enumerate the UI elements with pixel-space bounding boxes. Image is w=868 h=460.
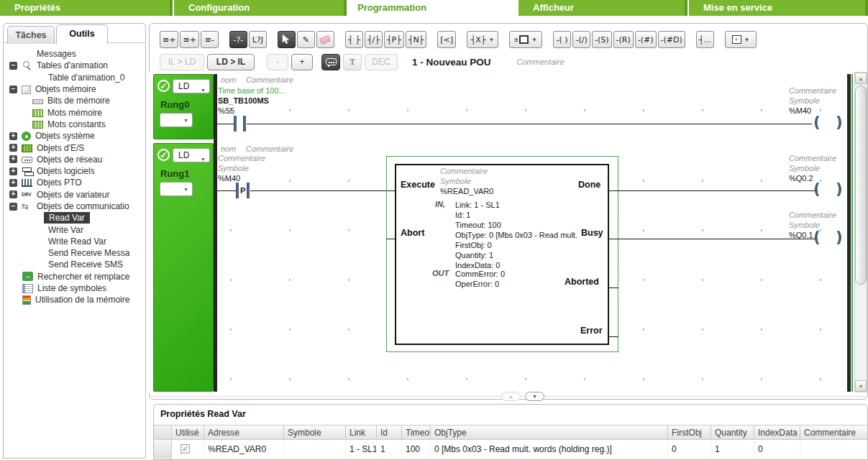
operate-coil-button[interactable]: -(#) [635,31,657,48]
contact-bar-icon[interactable] [236,183,239,198]
column-header-adresse[interactable]: Adresse [204,426,284,439]
il-to-ld-button[interactable]: IL > LD [160,54,204,70]
undefined-element-button[interactable]: -?- [229,31,247,48]
coil-set-button[interactable]: -(S) [592,31,612,48]
sidebar-item-read-var[interactable]: Read Var [4,212,145,224]
contact-rising-edge-button[interactable]: ┤P├ [384,31,404,48]
function-block-combo[interactable]: ≡▼ [509,31,542,48]
sidebar-item-tables-d-animation[interactable]: −Tables d'animation [4,60,145,71]
expand-node-icon[interactable]: + [9,167,17,175]
rung0-canvas[interactable] [217,74,847,141]
dec-button[interactable]: DEC [365,54,398,70]
rung1-extra-select[interactable]: ▼ [160,182,193,196]
tab-mise-en-service[interactable]: Mise en service [689,0,868,16]
insert-rung-button[interactable]: ≡+ [180,31,198,48]
expand-node-icon[interactable]: + [9,190,17,198]
sidebar-item-write-read-var[interactable]: Write Read Var [4,236,145,247]
new-rung-button[interactable]: ≡+ [160,31,178,48]
coil-symbol-placeholder[interactable]: Symbole [789,96,820,105]
coil-comment-placeholder[interactable]: Commentaire [789,154,836,162]
timeout-cell[interactable]: 100 [402,441,431,459]
sidebar-item-objets-logiciels[interactable]: +Objets logiciels [4,165,145,177]
scrollbar-thumb[interactable] [855,86,867,285]
tab-proprietes[interactable]: Propriétés [0,0,173,16]
quantity-cell[interactable]: 1 [711,441,754,459]
sidebar-item-table-d-animation-0[interactable]: Table d'animation_0 [4,72,145,83]
sidebar-item-rechercher-et-remplace[interactable]: ↔Rechercher et remplace [4,271,145,282]
coil-reset-button[interactable]: -(R) [613,31,634,48]
column-header-firstobj[interactable]: FirstObj [668,426,711,439]
add-cell-combo[interactable]: +▼ [725,31,757,48]
scroll-down-button[interactable]: ▼ [855,380,867,392]
expand-node-icon[interactable]: + [9,155,17,163]
contact-bar-icon[interactable] [234,116,237,132]
pou-comment-placeholder[interactable]: Commentaire [517,58,565,66]
sidebar-item-mots-constants[interactable]: Mots constants [4,119,145,130]
operation-block-combo[interactable]: ┤X├▼ [467,31,498,48]
rung1-header[interactable]: ✓ LD▼ Rung1 ▼ [153,143,214,392]
selection-tool-button[interactable] [278,31,296,48]
expand-node-icon[interactable]: + [9,132,17,140]
row-selector-cell[interactable] [154,441,172,459]
rung1-language-select[interactable]: LD▼ [173,148,210,162]
column-header-indexdata[interactable]: IndexData [754,426,800,439]
sidebar-item-objets-syst-me[interactable]: +Objets système [4,130,145,142]
tab-outils[interactable]: Outils [56,24,108,44]
commentaire-cell[interactable] [800,441,868,459]
column-header-link[interactable]: Link [346,426,377,439]
tab-taches[interactable]: Tâches [7,26,55,44]
firstobj-cell[interactable]: 0 [668,441,711,459]
comparison-block-button[interactable]: [<] [437,31,456,48]
zoom-in-button[interactable]: + [291,54,313,70]
coil-address[interactable]: %Q0.1 [789,231,813,239]
sidebar-item-send-receive-sms[interactable]: Send Receive SMS [4,259,145,270]
contact-symbol[interactable]: SB_TB100MS [218,96,269,105]
column-header-quantity[interactable]: Quantity [711,426,754,439]
tab-afficheur[interactable]: Afficheur [518,0,687,16]
pencil-tool-button[interactable]: ✎ [297,31,315,48]
coil-icon[interactable]: ( ) [813,114,848,131]
column-header-timeout[interactable]: Timeout [402,426,431,439]
column-header-id[interactable]: Id [377,426,402,439]
sidebar-item-mots-m-moire[interactable]: Mots mémoire [4,106,145,118]
block-symbol-placeholder[interactable]: Symbole [440,176,471,186]
link-cell[interactable]: 1 - SL1 [346,441,377,459]
coil-address[interactable]: %Q0.2 [789,174,813,183]
tab-configuration[interactable]: Configuration [174,0,347,16]
sidebar-item-objets-pto[interactable]: +Objets PTO [4,177,145,188]
contact-falling-edge-button[interactable]: ┤N├ [406,31,426,48]
sidebar-item-liste-de-symboles[interactable]: Liste de symboles [4,282,145,294]
coil-symbol-placeholder[interactable]: Symbole [789,164,820,172]
symbole-cell[interactable] [284,441,346,459]
collapse-node-icon[interactable]: − [9,86,17,93]
zoom-out-button[interactable]: - [267,54,288,70]
ld-to-il-button[interactable]: LD > IL [207,54,255,70]
rung0-extra-select[interactable]: ▼ [160,113,193,127]
column-header-symbole[interactable]: Symbole [284,426,346,439]
collapse-down-button[interactable]: ▼ [525,392,544,401]
expand-node-icon[interactable]: + [9,179,17,187]
contact-comment-placeholder[interactable]: Commentaire [218,154,265,162]
block-comment-placeholder[interactable]: Commentaire [440,166,488,176]
collapse-node-icon[interactable]: − [9,62,17,70]
comment-toggle-button[interactable] [321,54,340,70]
contact-bar-icon[interactable] [243,116,246,132]
column-header-utilis[interactable]: Utilisé [172,426,204,439]
contact-comment[interactable]: Time base of 100... [218,86,285,95]
tab-programmation[interactable]: Programmation [348,0,517,16]
properties-table-row[interactable]: ✓ %READ_VAR0 1 - SL1 1 100 0 [Mbs 0x03 -… [154,441,868,459]
block-instance-name[interactable]: %READ_VAR0 [440,186,493,196]
sidebar-item-bits-de-m-moire[interactable]: Bits de mémoire [4,95,145,106]
sidebar-item-objets-d-e-s[interactable]: +Objets d'E/S [4,142,145,153]
branch-button[interactable]: L?J [249,31,267,48]
sidebar-item-send-receive-messa[interactable]: Send Receive Messa [4,247,145,259]
coil-button[interactable]: -( ) [553,31,571,48]
sidebar-item-objets-de-communicatio[interactable]: −⇆Objets de communicatio [4,201,145,212]
column-header-selector[interactable] [154,426,172,439]
contact-open-button[interactable]: ┤ ├ [345,31,363,48]
coil-icon[interactable]: ( ) [813,229,848,246]
contact-closed-button[interactable]: ┤/├ [365,31,383,48]
sidebar-item-objets-de-r-seau[interactable]: +Objets de réseau [4,154,145,165]
column-header-commentaire[interactable]: Commentaire [800,426,868,439]
contact-address[interactable]: %S5 [218,106,234,115]
